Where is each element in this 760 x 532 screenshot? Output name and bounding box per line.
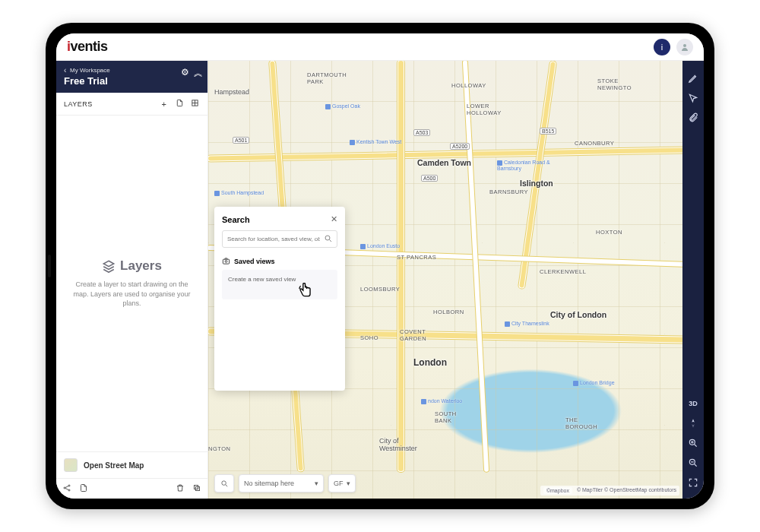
- map-district: HOLBORN: [433, 309, 464, 315]
- map-district: NGTON: [208, 445, 230, 452]
- basemap-row[interactable]: Open Street Map: [56, 452, 207, 478]
- map-district: CANONBURY: [575, 140, 614, 147]
- road-shield: B515: [540, 128, 556, 135]
- sitemap-select[interactable]: No sitemap here ▾: [239, 474, 324, 492]
- export-icon[interactable]: [79, 483, 88, 494]
- import-layer-icon[interactable]: [174, 99, 185, 109]
- mapbox-logo: ©mapbox: [543, 487, 572, 494]
- map-attribution: ©mapbox © MapTiler © OpenStreetMap contr…: [540, 486, 679, 496]
- gear-icon[interactable]: ⚙: [181, 67, 189, 80]
- fullscreen-icon[interactable]: [682, 473, 704, 492]
- workspace-title: Free Trial: [64, 75, 200, 87]
- svg-point-0: [683, 44, 686, 47]
- bottom-search-button[interactable]: [214, 474, 234, 492]
- search-icon[interactable]: [324, 234, 333, 245]
- map-district: CLERKENWELL: [540, 268, 586, 275]
- map-district: HOXTON: [596, 229, 622, 236]
- saved-views-section: Saved views: [222, 257, 337, 265]
- layers-empty-title: Layers: [102, 258, 162, 274]
- duplicate-icon[interactable]: [192, 483, 201, 494]
- svg-point-4: [68, 489, 70, 491]
- basemap-thumb: [64, 458, 78, 472]
- layers-empty-title-text: Layers: [120, 258, 162, 274]
- svg-point-10: [221, 480, 226, 485]
- search-input[interactable]: [222, 230, 337, 248]
- close-icon[interactable]: ✕: [331, 214, 337, 224]
- map-district: LOWER HOLLOWAY: [467, 103, 502, 116]
- map-district: SOUTH BANK: [435, 410, 457, 424]
- map-district: COVENT GARDEN: [400, 328, 426, 342]
- layers-label: LAYERS: [64, 100, 93, 108]
- layers-empty-desc: Create a layer to start drawing on the m…: [70, 280, 194, 309]
- layers-icon: [102, 259, 116, 273]
- map-label: Camden Town: [417, 158, 471, 167]
- map-poi: Gospel Oak: [325, 103, 360, 109]
- road-shield: A500: [421, 175, 438, 182]
- share-icon[interactable]: [62, 483, 71, 494]
- map-poi: City Thameslink: [505, 321, 549, 327]
- map-district: STOKE NEWINGTO: [597, 78, 632, 91]
- select-tool-icon[interactable]: [682, 88, 704, 108]
- pointer-cursor-icon: [295, 280, 315, 301]
- workspace-header: My Workspace Free Trial ⚙ ︽: [56, 61, 207, 93]
- collapse-icon[interactable]: ︽: [194, 67, 203, 80]
- saved-views-label: Saved views: [234, 258, 275, 265]
- user-avatar[interactable]: [676, 39, 693, 55]
- sidebar-tool-row: [56, 478, 207, 499]
- floor-select[interactable]: GF ▾: [328, 474, 356, 492]
- compass-icon[interactable]: [682, 413, 704, 433]
- road-shield: A501: [233, 137, 249, 144]
- draw-tool-icon[interactable]: [682, 68, 704, 88]
- zoom-in-icon[interactable]: [682, 433, 704, 453]
- tablet-frame: iventis document.querySelector('.brand s…: [46, 23, 714, 509]
- basemap-label: Open Street Map: [84, 461, 144, 470]
- road-shield: A5200: [450, 143, 470, 150]
- map-label: London: [413, 357, 447, 368]
- map-poi: ndon Waterloo: [421, 398, 462, 404]
- brand-logo: iventis: [67, 39, 108, 55]
- layer-grid-icon[interactable]: [189, 99, 200, 109]
- svg-point-7: [325, 236, 330, 240]
- search-panel-title: Search: [222, 215, 250, 224]
- right-tool-rail: 3D: [682, 61, 704, 499]
- map-attribution-text: © MapTiler © OpenStreetMap contributors: [577, 487, 676, 494]
- sidebar-empty-state: Layers Create a layer to start drawing o…: [56, 116, 207, 451]
- map-district: LOOMSBURY: [360, 286, 400, 293]
- info-icon[interactable]: i: [654, 39, 670, 55]
- svg-point-2: [64, 487, 65, 489]
- search-panel: Search ✕ Saved views Create a n: [214, 207, 345, 391]
- zoom-out-icon[interactable]: [682, 453, 704, 473]
- map-label: City of London: [550, 310, 606, 319]
- top-bar: iventis document.querySelector('.brand s…: [56, 33, 704, 61]
- map-poi: Kentish Town West: [350, 139, 401, 145]
- map-poi: London Bridge: [573, 380, 615, 386]
- map-district: SOHO: [360, 334, 378, 341]
- svg-rect-8: [223, 259, 229, 264]
- sidebar-footer: Open Street Map: [56, 451, 207, 499]
- sitemap-value: No sitemap here: [244, 480, 294, 487]
- mode-3d-button[interactable]: 3D: [682, 394, 704, 413]
- map-label: Islington: [520, 179, 553, 188]
- app-window: iventis document.querySelector('.brand s…: [56, 33, 704, 499]
- svg-point-9: [225, 261, 227, 263]
- map-poi: South Hampstead: [214, 190, 264, 196]
- left-sidebar: My Workspace Free Trial ⚙ ︽ LAYERS +: [56, 61, 208, 499]
- map-district: HOLLOWAY: [451, 82, 486, 89]
- floor-value: GF: [334, 480, 344, 487]
- chevron-down-icon: ▾: [347, 480, 350, 487]
- create-saved-view-row[interactable]: Create a new saved view: [222, 270, 337, 299]
- trash-icon[interactable]: [176, 483, 185, 494]
- road-shield: A503: [413, 129, 430, 136]
- map-district: BARNSBURY: [489, 188, 528, 195]
- workspace-breadcrumb[interactable]: My Workspace: [64, 67, 200, 74]
- map-label: Hampstead: [214, 88, 249, 96]
- layers-toolbar: LAYERS +: [56, 93, 207, 116]
- add-layer-icon[interactable]: +: [159, 100, 169, 109]
- map-canvas[interactable]: Hampstead Camden Town Islington London C…: [208, 61, 682, 499]
- map-label: City of Westminster: [379, 437, 417, 452]
- map-district: DARTMOUTH PARK: [307, 71, 347, 85]
- map-district: ST PANCRAS: [397, 254, 436, 261]
- map-bottom-bar: No sitemap here ▾ GF ▾: [214, 474, 356, 492]
- tablet-side-button: [48, 255, 51, 277]
- attach-tool-icon[interactable]: [682, 108, 704, 128]
